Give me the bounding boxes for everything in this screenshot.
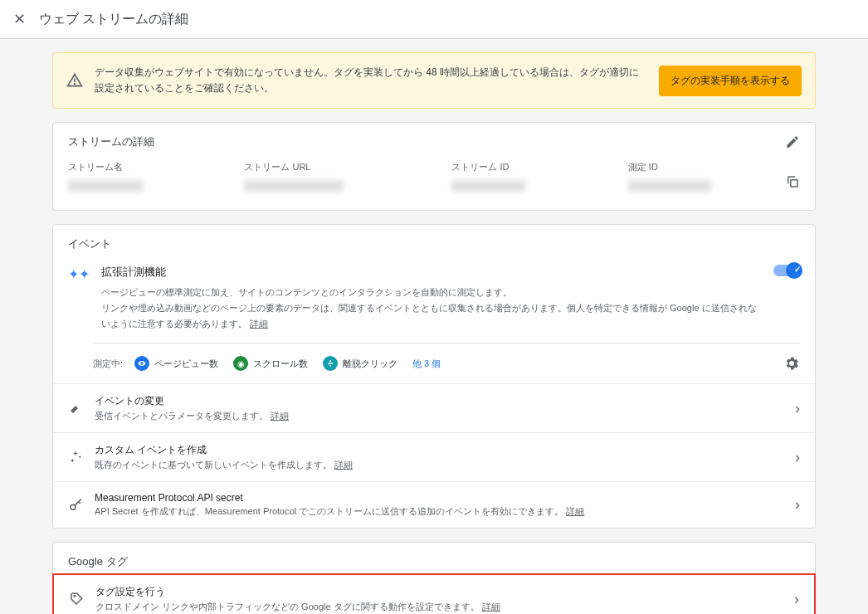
chevron-right-icon: ›	[795, 400, 800, 417]
topbar: ✕ ウェブ ストリームの詳細	[0, 0, 868, 39]
create-event-row[interactable]: カスタム イベントを作成 既存のイベントに基づいて新しいイベントを作成します。 …	[53, 432, 815, 481]
google-tag-title: Google タグ	[53, 543, 815, 574]
stream-url-value	[244, 180, 344, 192]
tag-settings-title: タグ設定を行う	[95, 585, 783, 599]
stream-card-title: ストリームの詳細	[68, 134, 154, 149]
enhanced-desc-1: ページビューの標準測定に加え、サイトのコンテンツとのインタラクションを自動的に測…	[101, 287, 512, 297]
warning-icon	[66, 72, 83, 89]
stream-name-value	[68, 180, 143, 192]
enhanced-body: 拡張計測機能 ページビューの標準測定に加え、サイトのコンテンツとのインタラクショ…	[101, 265, 762, 331]
chip-scroll-label: スクロール数	[253, 358, 308, 370]
copy-icon[interactable]	[785, 174, 800, 189]
stream-name-col: ストリーム名	[68, 161, 224, 192]
api-secret-link[interactable]: 詳細	[566, 506, 584, 516]
adjust-icon	[68, 401, 83, 416]
chip-outbound: 離脱クリック	[323, 356, 397, 371]
api-secret-desc: API Secret を作成すれば、Measurement Protocol で…	[95, 505, 783, 518]
magic-icon	[68, 450, 83, 465]
svg-rect-2	[791, 180, 797, 187]
content: データ収集がウェブサイトで有効になっていません。タグを実装してから 48 時間以…	[52, 39, 816, 614]
measurement-id-value	[628, 180, 711, 192]
eye-icon	[134, 356, 149, 371]
show-tag-instructions-button[interactable]: タグの実装手順を表示する	[659, 66, 802, 96]
sparkle-icon: ✦✦	[68, 266, 90, 331]
tag-settings-row[interactable]: タグ設定を行う クロスドメイン リンクや内部トラフィックなどの Google タ…	[52, 573, 816, 614]
svg-point-1	[75, 84, 76, 85]
modify-events-title: イベントの変更	[95, 394, 783, 408]
create-event-title: カスタム イベントを作成	[95, 443, 783, 457]
enhanced-title: 拡張計測機能	[101, 265, 762, 280]
chevron-right-icon: ›	[794, 591, 799, 608]
tag-icon	[69, 592, 84, 607]
events-title: イベント	[53, 225, 815, 256]
key-icon	[68, 498, 83, 513]
stream-id-col: ストリーム ID	[451, 161, 607, 192]
create-event-body: カスタム イベントを作成 既存のイベントに基づいて新しいイベントを作成します。 …	[95, 443, 783, 471]
chip-outbound-label: 離脱クリック	[343, 358, 397, 370]
modify-events-link[interactable]: 詳細	[271, 411, 289, 421]
stream-id-label: ストリーム ID	[451, 161, 607, 173]
measurement-id-label: 測定 ID	[628, 161, 777, 173]
stream-url-label: ストリーム URL	[244, 161, 432, 173]
measurement-id-col: 測定 ID	[628, 161, 800, 192]
enhanced-desc: ページビューの標準測定に加え、サイトのコンテンツとのインタラクションを自動的に測…	[101, 285, 762, 331]
enhanced-toggle[interactable]: ✓	[773, 265, 800, 331]
tag-settings-body: タグ設定を行う クロスドメイン リンクや内部トラフィックなどの Google タ…	[95, 585, 783, 613]
tag-settings-link[interactable]: 詳細	[482, 602, 500, 612]
alert-banner: データ収集がウェブサイトで有効になっていません。タグを実装してから 48 時間以…	[52, 52, 816, 109]
alert-text: データ収集がウェブサイトで有効になっていません。タグを実装してから 48 時間以…	[95, 65, 647, 96]
measuring-label: 測定中:	[93, 358, 123, 370]
stream-card-header: ストリームの詳細	[53, 123, 815, 161]
stream-details-row: ストリーム名 ストリーム URL ストリーム ID 測定 ID	[53, 161, 815, 210]
gear-icon[interactable]	[783, 355, 800, 372]
chevron-right-icon: ›	[795, 449, 800, 466]
stream-details-card: ストリームの詳細 ストリーム名 ストリーム URL ストリーム ID 測定 ID	[52, 122, 816, 211]
chevron-right-icon: ›	[795, 496, 800, 514]
exit-icon	[323, 356, 338, 371]
edit-icon[interactable]	[785, 134, 800, 149]
tag-settings-desc: クロスドメイン リンクや内部トラフィックなどの Google タグに関する動作を…	[95, 601, 783, 613]
chip-pageview-label: ページビュー数	[154, 358, 218, 370]
api-secret-title: Measurement Protocol API secret	[95, 492, 783, 504]
chip-scroll: ◉ スクロール数	[233, 356, 308, 371]
api-secret-body: Measurement Protocol API secret API Secr…	[95, 492, 783, 518]
more-chips-link[interactable]: 他 3 個	[412, 358, 441, 370]
stream-url-col: ストリーム URL	[244, 161, 432, 192]
modify-events-body: イベントの変更 受信イベントとパラメータを変更します。 詳細	[95, 394, 783, 422]
measuring-row: 測定中: ページビュー数 ◉ スクロール数 離脱クリック 他 3 個	[93, 343, 800, 383]
modify-events-row[interactable]: イベントの変更 受信イベントとパラメータを変更します。 詳細 ›	[53, 383, 815, 432]
api-secret-row[interactable]: Measurement Protocol API secret API Secr…	[53, 481, 815, 528]
google-tag-card: Google タグ タグ設定を行う クロスドメイン リンクや内部トラフィックなど…	[52, 542, 816, 614]
create-event-desc: 既存のイベントに基づいて新しいイベントを作成します。 詳細	[95, 459, 783, 471]
stream-name-label: ストリーム名	[68, 161, 224, 173]
enhanced-measurement-row: ✦✦ 拡張計測機能 ページビューの標準測定に加え、サイトのコンテンツとのインタラ…	[53, 256, 815, 331]
svg-point-4	[74, 596, 76, 597]
events-card: イベント ✦✦ 拡張計測機能 ページビューの標準測定に加え、サイトのコンテンツと…	[52, 224, 816, 529]
close-icon[interactable]: ✕	[13, 10, 26, 28]
enhanced-detail-link[interactable]: 詳細	[250, 319, 268, 329]
stream-id-value	[451, 180, 526, 192]
scroll-icon: ◉	[233, 356, 248, 371]
modify-events-desc: 受信イベントとパラメータを変更します。 詳細	[95, 410, 783, 422]
enhanced-desc-2: リンクや埋め込み動画などのページ上の要素のデータは、関連するイベントとともに収集…	[101, 303, 757, 329]
page-title: ウェブ ストリームの詳細	[39, 11, 188, 28]
chip-pageview: ページビュー数	[134, 356, 218, 371]
create-event-link[interactable]: 詳細	[334, 460, 353, 470]
